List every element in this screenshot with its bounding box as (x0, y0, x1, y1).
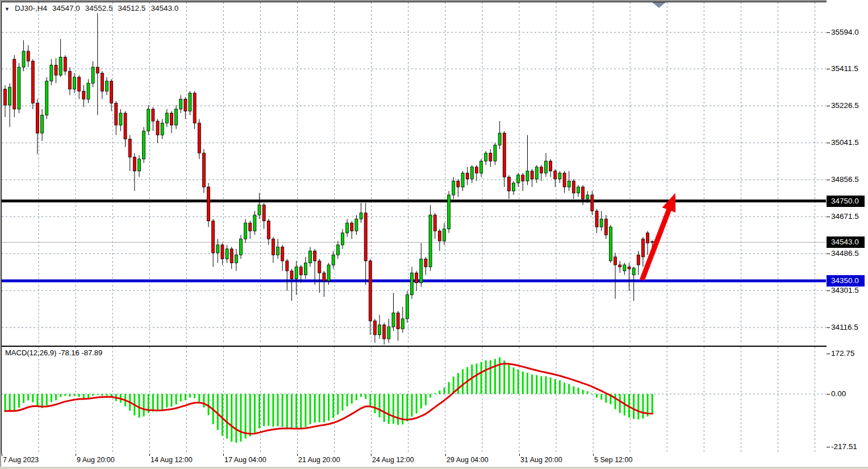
macd-histogram-bar (208, 394, 210, 415)
candle-body (641, 239, 644, 257)
macd-histogram-bar (74, 394, 76, 396)
price-chart-pane[interactable] (1, 2, 828, 346)
candle-body (346, 223, 349, 233)
macd-histogram-bar (342, 394, 344, 410)
macd-canvas[interactable] (2, 347, 826, 453)
candle-body (577, 187, 579, 193)
chevron-down-icon[interactable]: ▼ (5, 6, 10, 11)
macd-histogram-bar (508, 364, 510, 394)
macd-histogram-bar (310, 394, 311, 424)
candle-body (373, 321, 376, 335)
price-chart-canvas[interactable] (2, 2, 826, 345)
macd-histogram-bar (157, 394, 158, 411)
time-axis[interactable]: 7 Aug 20239 Aug 20:0014 Aug 12:0017 Aug … (1, 454, 827, 467)
time-tick-label: 14 Aug 12:00 (151, 456, 193, 464)
level-price-badge: 34750.0 (827, 196, 865, 207)
price-axis-tick (827, 143, 830, 143)
candle-body (355, 219, 358, 231)
candle-body (485, 153, 487, 161)
price-axis-tick (827, 327, 830, 328)
candle-body (480, 161, 483, 173)
candle-body (526, 171, 529, 181)
time-axis-tick (593, 454, 594, 456)
trend-arrow-head[interactable] (662, 193, 675, 212)
candle-body (161, 123, 164, 135)
price-axis-tick (827, 447, 830, 447)
macd-histogram-bar (203, 394, 205, 408)
candle-body (503, 133, 506, 177)
price-tick-label: 34301.5 (831, 286, 859, 295)
price-axis-tick (827, 217, 830, 217)
macd-histogram-bar (55, 394, 57, 400)
candle-body (110, 81, 113, 103)
macd-histogram-bar (170, 394, 172, 406)
macd-histogram-bar (365, 394, 366, 399)
macd-histogram-bar (14, 394, 15, 412)
candle-body (415, 273, 418, 283)
candle-body (429, 215, 432, 267)
macd-histogram-bar (351, 394, 353, 404)
macd-histogram-bar (36, 394, 38, 406)
candle-body (175, 109, 178, 125)
macd-histogram-bar (615, 394, 616, 409)
macd-histogram-bar (383, 394, 385, 422)
candle-body (91, 67, 94, 83)
macd-histogram-bar (222, 394, 223, 435)
candle-body (424, 259, 427, 267)
macd-indicator-pane[interactable] (1, 346, 828, 455)
time-axis-tick (371, 454, 372, 456)
macd-histogram-bar (374, 394, 375, 413)
macd-histogram-bar (619, 394, 621, 413)
candle-body (360, 213, 362, 219)
time-tick-label: 9 Aug 20:00 (77, 456, 115, 464)
macd-histogram-bar (393, 394, 394, 424)
bar-position-marker-icon[interactable] (652, 2, 666, 8)
macd-histogram-bar (360, 394, 362, 397)
price-axis[interactable]: 35594.035411.535226.535041.534856.534671… (827, 0, 868, 467)
macd-histogram-bar (490, 360, 491, 394)
candle-body (646, 233, 649, 243)
macd-histogram-bar (605, 394, 607, 403)
macd-histogram-bar (60, 394, 61, 397)
candle-body (591, 195, 594, 211)
macd-histogram-bar (46, 394, 48, 406)
candle-body (452, 181, 455, 195)
macd-histogram-bar (138, 394, 140, 418)
time-axis-tick (2, 454, 2, 456)
macd-histogram-bar (439, 391, 440, 394)
candle-body (466, 173, 469, 179)
macd-histogram-bar (429, 394, 431, 397)
candle-body (632, 268, 635, 275)
quote-low: 34512.5 (118, 4, 146, 13)
macd-histogram-bar (559, 380, 561, 394)
macd-histogram-bar (314, 394, 316, 422)
macd-histogram-bar (637, 394, 639, 420)
price-axis-tick (827, 69, 830, 69)
candle-body (475, 167, 478, 173)
macd-histogram-bar (564, 383, 565, 394)
candle-body (18, 67, 20, 109)
candle-body (531, 171, 533, 179)
macd-histogram-bar (388, 394, 390, 424)
candle-body (327, 265, 330, 281)
candle-body (137, 159, 140, 171)
candle-body (216, 245, 219, 253)
candle-body (115, 103, 118, 125)
candle-body (239, 239, 242, 255)
candle-body (96, 67, 99, 73)
macd-histogram-bar (291, 394, 293, 429)
macd-histogram-bar (231, 394, 232, 442)
candle-body (22, 51, 25, 67)
macd-histogram-bar (319, 394, 320, 422)
macd-histogram-bar (97, 394, 98, 395)
candle-body (304, 263, 307, 275)
candle-body (507, 177, 510, 191)
candle-body (286, 261, 289, 271)
price-tick-label: 35226.5 (831, 101, 859, 110)
macd-histogram-bar (397, 394, 399, 425)
macd-histogram-bar (462, 370, 464, 394)
candle-body (87, 83, 90, 99)
price-axis-tick (827, 106, 830, 106)
macd-histogram-bar (337, 394, 339, 414)
macd-histogram-bar (161, 394, 163, 410)
